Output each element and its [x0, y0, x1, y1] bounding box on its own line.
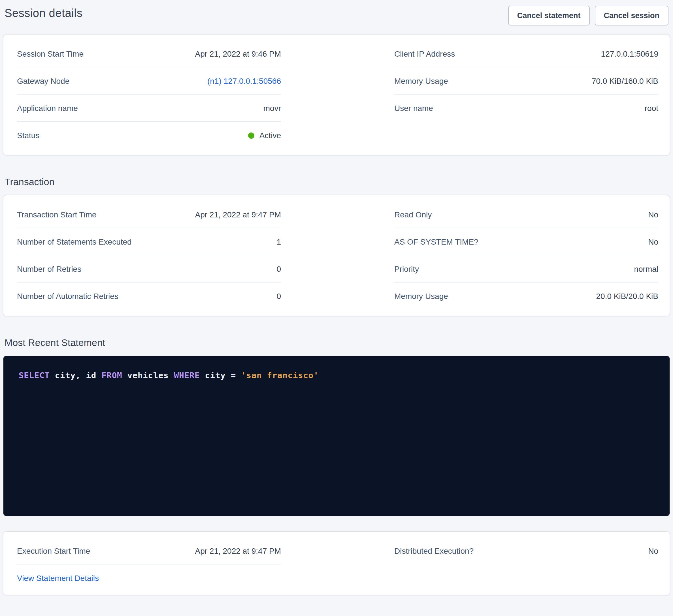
- transaction-section-heading: Transaction: [5, 177, 668, 188]
- view-statement-details-row: View Statement Details: [17, 565, 281, 591]
- row-value: 127.0.0.1:50619: [601, 49, 658, 58]
- sql-token: WHERE: [174, 371, 200, 380]
- row-label: Number of Automatic Retries: [17, 292, 119, 301]
- as-of-system-time-row: AS OF SYSTEM TIME? No: [394, 228, 658, 255]
- statements-executed-row: Number of Statements Executed 1: [17, 228, 281, 255]
- gateway-node-link[interactable]: (n1) 127.0.0.1:50566: [207, 76, 281, 85]
- row-label: AS OF SYSTEM TIME?: [394, 237, 478, 246]
- execution-summary-card: Execution Start Time Apr 21, 2022 at 9:4…: [3, 532, 670, 595]
- sql-token: FROM: [101, 371, 122, 380]
- row-label: Distributed Execution?: [394, 546, 474, 555]
- sql-token: vehicles: [122, 371, 174, 380]
- row-label: Session Start Time: [17, 49, 83, 58]
- transaction-memory-usage-row: Memory Usage 20.0 KiB/20.0 KiB: [394, 283, 658, 309]
- user-name-row: User name root: [394, 94, 658, 121]
- row-value: No: [648, 210, 658, 219]
- execution-start-time-row: Execution Start Time Apr 21, 2022 at 9:4…: [17, 537, 281, 565]
- transaction-summary-card: Transaction Start Time Apr 21, 2022 at 9…: [3, 195, 670, 316]
- row-value: 0: [276, 292, 281, 301]
- row-value: Apr 21, 2022 at 9:47 PM: [195, 546, 281, 555]
- row-label: Number of Statements Executed: [17, 237, 132, 246]
- row-label: Application name: [17, 103, 78, 113]
- client-ip-row: Client IP Address 127.0.0.1:50619: [394, 40, 658, 67]
- page-header: Session details Cancel statement Cancel …: [5, 6, 668, 25]
- distributed-execution-row: Distributed Execution? No: [394, 537, 658, 564]
- number-of-retries-row: Number of Retries 0: [17, 255, 281, 283]
- transaction-card-left-column: Transaction Start Time Apr 21, 2022 at 9…: [17, 201, 281, 309]
- view-statement-details-link[interactable]: View Statement Details: [17, 574, 99, 583]
- application-name-row: Application name movr: [17, 94, 281, 122]
- row-value: 20.0 KiB/20.0 KiB: [596, 292, 659, 301]
- row-label: Execution Start Time: [17, 546, 90, 555]
- row-label: Gateway Node: [17, 76, 69, 85]
- status-row: Status Active: [17, 122, 281, 148]
- row-value: No: [648, 546, 658, 555]
- session-card-left-column: Session Start Time Apr 21, 2022 at 9:46 …: [17, 40, 281, 148]
- execution-card-left-column: Execution Start Time Apr 21, 2022 at 9:4…: [17, 537, 281, 591]
- row-label: Client IP Address: [394, 49, 455, 58]
- header-buttons: Cancel statement Cancel session: [508, 6, 668, 25]
- row-value: root: [645, 103, 658, 113]
- session-card-right-column: Client IP Address 127.0.0.1:50619 Memory…: [394, 40, 658, 148]
- row-label: Read Only: [394, 210, 432, 219]
- row-value: Apr 21, 2022 at 9:47 PM: [195, 210, 281, 219]
- row-value: No: [648, 237, 658, 246]
- session-details-page: Session details Cancel statement Cancel …: [0, 0, 673, 616]
- row-label: Transaction Start Time: [17, 210, 96, 219]
- automatic-retries-row: Number of Automatic Retries 0: [17, 283, 281, 309]
- sql-statement-text: SELECT city, id FROM vehicles WHERE city…: [19, 371, 654, 380]
- row-label: Memory Usage: [394, 76, 448, 85]
- row-value: 1: [276, 237, 281, 246]
- row-label: Number of Retries: [17, 264, 81, 274]
- page-title: Session details: [5, 6, 82, 20]
- row-value: normal: [634, 264, 658, 274]
- status-badge: Active: [248, 131, 281, 140]
- priority-row: Priority normal: [394, 255, 658, 283]
- cancel-statement-button[interactable]: Cancel statement: [508, 6, 590, 25]
- sql-token: city =: [200, 371, 241, 380]
- sql-token: 'san francisco': [241, 371, 319, 380]
- row-label: Priority: [394, 264, 419, 274]
- session-start-time-row: Session Start Time Apr 21, 2022 at 9:46 …: [17, 40, 281, 67]
- active-status-dot-icon: [248, 132, 254, 138]
- read-only-row: Read Only No: [394, 201, 658, 228]
- cancel-session-button[interactable]: Cancel session: [595, 6, 668, 25]
- session-memory-usage-row: Memory Usage 70.0 KiB/160.0 KiB: [394, 67, 658, 94]
- execution-card-right-column: Distributed Execution? No: [394, 537, 658, 591]
- transaction-start-time-row: Transaction Start Time Apr 21, 2022 at 9…: [17, 201, 281, 228]
- transaction-card-right-column: Read Only No AS OF SYSTEM TIME? No Prior…: [394, 201, 658, 309]
- sql-token: SELECT: [19, 371, 50, 380]
- sql-token: city, id: [50, 371, 102, 380]
- most-recent-statement-heading: Most Recent Statement: [5, 337, 668, 349]
- gateway-node-row: Gateway Node (n1) 127.0.0.1:50566: [17, 67, 281, 94]
- row-label: User name: [394, 103, 433, 113]
- row-value: 70.0 KiB/160.0 KiB: [592, 76, 658, 85]
- row-label: Memory Usage: [394, 292, 448, 301]
- row-label: Status: [17, 131, 39, 140]
- session-summary-card: Session Start Time Apr 21, 2022 at 9:46 …: [3, 34, 670, 155]
- status-text: Active: [259, 131, 281, 140]
- row-value: movr: [263, 103, 281, 113]
- row-value: 0: [276, 264, 281, 274]
- sql-statement-box: SELECT city, id FROM vehicles WHERE city…: [3, 356, 670, 516]
- row-value: Apr 21, 2022 at 9:46 PM: [195, 49, 281, 58]
